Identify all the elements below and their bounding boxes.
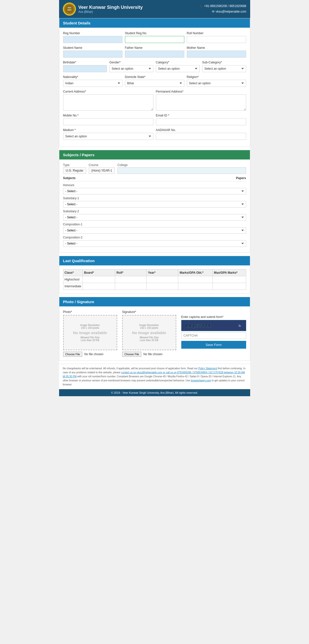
photo-signature-section: Photo / Signature Photo* Image Resolutio…	[59, 297, 250, 361]
university-logo: VKS UNIV	[63, 3, 76, 16]
aadhaar-group: AADHAAR No.	[156, 128, 246, 140]
birthdate-label: Birthdate*	[63, 61, 107, 64]
col-marks: Marks/GPA Obt.*	[178, 269, 212, 276]
subjects-col-header: Subjects	[63, 176, 76, 180]
signature-file-row: Choose File No file chosen	[122, 352, 176, 357]
roll-number-input[interactable]	[187, 36, 246, 43]
course-value: (Hons) YEAR-1	[89, 167, 115, 174]
photo-signature-title: Photo / Signature	[63, 300, 94, 304]
photo-file-size-value: Less than 20 KB	[81, 339, 99, 342]
browsehappy-link[interactable]: browsehappy.com	[191, 379, 211, 382]
sig-file-size-value: Less than 20 KB	[140, 339, 158, 342]
composition1-select[interactable]: - Select -	[63, 227, 246, 234]
captcha-input[interactable]	[181, 332, 246, 339]
mother-name-group: Mother Name	[187, 46, 246, 58]
signature-box: Signature* Image Resolution 150 x 150 pi…	[122, 310, 176, 357]
current-address-input[interactable]	[63, 94, 153, 111]
captcha-text: UW𝄞EGRJX	[186, 323, 211, 328]
permanent-address-group: Permanent Address*	[156, 90, 246, 111]
photo-signature-header: Photo / Signature	[59, 297, 250, 306]
subsidary2-select[interactable]: - Select -	[63, 214, 246, 221]
highschool-marks[interactable]	[180, 277, 211, 282]
subjects-body: Type U.G. Regular Course (Hons) YEAR-1 C…	[59, 159, 250, 253]
subsidary1-select[interactable]: - Select -	[63, 201, 246, 208]
row-bio: Birthdate* Gender* Select an option Cate…	[63, 61, 246, 72]
intermediate-year[interactable]	[148, 284, 177, 289]
captcha-area: Enter captcha and submit form* UW𝄞EGRJX …	[181, 310, 246, 357]
honours-row: Honours - Select -	[63, 183, 246, 194]
father-name-group: Father Name	[125, 46, 184, 58]
intermediate-class: Intermediate	[63, 283, 83, 290]
intermediate-max-marks[interactable]	[214, 284, 245, 289]
composition2-select[interactable]: - Select -	[63, 240, 246, 247]
highschool-roll[interactable]	[116, 277, 145, 282]
intermediate-marks[interactable]	[180, 284, 211, 289]
contact-link[interactable]: contact us on vksu@helpenable.com or cal…	[63, 371, 245, 378]
reg-number-group: Reg Number	[63, 31, 122, 43]
birthdate-input[interactable]	[63, 65, 107, 72]
subsidary2-select-wrapper: - Select -	[63, 214, 246, 221]
col-year: Year*	[147, 269, 178, 276]
policy-link[interactable]: Policy Statement	[198, 367, 217, 370]
photo-resolution-label: Image Resolution	[80, 324, 100, 327]
father-name-input[interactable]	[125, 51, 184, 58]
student-reg-label: Student Reg.No.	[125, 31, 184, 35]
col-roll: Roll*	[115, 269, 147, 276]
captcha-refresh-icon[interactable]: ↻	[239, 323, 242, 328]
email-input[interactable]	[156, 118, 246, 125]
mobile-group: Mobile No.*	[63, 114, 153, 125]
highschool-year[interactable]	[148, 277, 177, 282]
subcategory-select[interactable]: Select an option	[202, 65, 246, 72]
row-addresses: Current Address* Permanent Address*	[63, 90, 246, 111]
email-icon: ✉	[212, 9, 214, 15]
intermediate-roll[interactable]	[116, 284, 145, 289]
sig-choose-file-btn[interactable]: Choose File	[122, 352, 142, 357]
medium-select[interactable]: Select an option	[63, 133, 153, 140]
category-label: Category*	[156, 61, 200, 64]
domicile-select[interactable]: Bihar	[125, 80, 184, 87]
student-details-body: Reg Number Student Reg.No. Roll Number S…	[59, 28, 250, 147]
photo-box: Photo* Image Resolution 150 x 150 pixels…	[63, 310, 117, 357]
signature-placeholder: Image Resolution 150 x 150 pixels No Ima…	[122, 315, 176, 350]
sig-file-size-label: Allowed File Size	[140, 336, 159, 339]
photo-file-size-label: Allowed File Size	[80, 336, 100, 339]
intermediate-board[interactable]	[84, 284, 114, 289]
gender-select[interactable]: Select an option	[109, 65, 153, 72]
qualification-body: Class* Board* Roll* Year* Marks/GPA Obt.…	[59, 265, 250, 294]
student-name-input[interactable]	[63, 51, 122, 58]
subsidary1-row: Subsidary-1 - Select -	[63, 196, 246, 208]
university-name: Veer Kunwar Singh University	[78, 5, 143, 10]
highschool-max-marks[interactable]	[214, 277, 245, 282]
student-reg-input[interactable]	[125, 36, 184, 43]
save-form-button[interactable]: Save Form	[181, 341, 246, 349]
gender-group: Gender* Select an option	[109, 61, 153, 72]
student-reg-group: Student Reg.No.	[125, 31, 184, 43]
email-group: Email ID *	[156, 114, 246, 125]
nationality-select[interactable]: Indian	[63, 80, 122, 87]
category-group: Category* Select an option	[156, 61, 200, 72]
student-details-title: Student Details	[63, 21, 91, 25]
signature-label: Signature*	[122, 310, 176, 314]
sig-no-file-text: No file chosen	[143, 352, 162, 356]
type-group: Type U.G. Regular	[63, 163, 86, 174]
qualification-section: Last Qualification Class* Board* Roll* Y…	[59, 256, 250, 294]
highschool-board[interactable]	[84, 277, 114, 282]
type-value: U.G. Regular	[63, 167, 86, 174]
category-select[interactable]: Select an option	[156, 65, 200, 72]
svg-text:VKS: VKS	[67, 7, 71, 9]
photo-choose-file-btn[interactable]: Choose File	[63, 352, 82, 357]
religion-select[interactable]: Select an option	[187, 80, 246, 87]
reg-number-input[interactable]	[63, 36, 122, 43]
row-nationality: Nationality* Indian Domicile State* Biha…	[63, 75, 246, 87]
honours-select[interactable]: - Select -	[63, 188, 246, 194]
mobile-input[interactable]	[63, 118, 153, 125]
college-group: College	[117, 163, 246, 174]
composition2-select-wrapper: - Select -	[63, 240, 246, 247]
header-contact: 📞 +91-9661566208 / 8651820688 ✉ vksu@hel…	[199, 4, 246, 14]
mother-name-input[interactable]	[187, 51, 246, 58]
photo-placeholder: Image Resolution 150 x 150 pixels No Ima…	[63, 315, 117, 350]
photo-file-row: Choose File No file chosen	[63, 352, 117, 357]
university-location: Ara (Bihar)	[78, 10, 143, 14]
permanent-address-input[interactable]	[156, 94, 246, 111]
aadhaar-input[interactable]	[156, 133, 246, 140]
